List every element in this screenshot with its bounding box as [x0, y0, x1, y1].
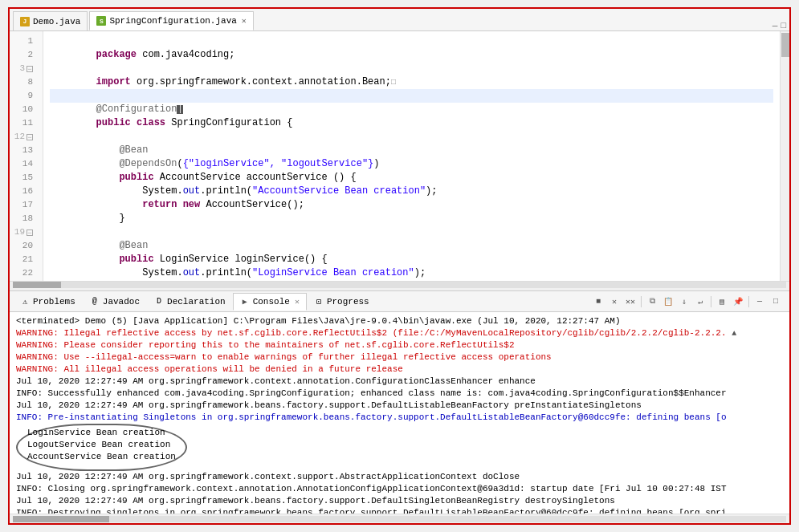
console-line-account-bean: AccountService Bean creation	[27, 451, 176, 463]
panel-tab-declaration-label: Declaration	[167, 297, 226, 307]
code-line-3: import org.springframework.context.annot…	[50, 62, 773, 75]
console-line-info-3: Jul 10, 2020 12:27:49 AM org.springframe…	[16, 400, 783, 412]
panel-tab-problems[interactable]: ⚠ Problems	[13, 293, 83, 311]
panel-tab-progress-label: Progress	[327, 297, 369, 307]
editor-h-track	[13, 282, 786, 288]
minimize-panel-btn[interactable]: —	[752, 294, 767, 309]
tab-demo[interactable]: J Demo.java	[13, 11, 88, 30]
panel-tab-javadoc[interactable]: @ Javadoc	[83, 293, 147, 311]
ide-window: J Demo.java S SpringConfiguration.java ✕…	[8, 7, 791, 525]
annotation-configuration: @Configuration	[96, 104, 177, 115]
tab-close-icon[interactable]: ✕	[242, 16, 247, 26]
console-line-info-1: Jul 10, 2020 12:27:49 AM org.springframe…	[16, 376, 783, 388]
tab-spring-label: SpringConfiguration.java	[109, 16, 236, 26]
console-line-login-bean: LoginService Bean creation	[27, 427, 176, 439]
editor-tab-bar: J Demo.java S SpringConfiguration.java ✕…	[10, 9, 789, 31]
ln-20: 20	[10, 239, 38, 253]
ln-9: 9	[10, 89, 38, 103]
scrollbar-thumb[interactable]	[781, 33, 789, 57]
declaration-icon: D	[154, 297, 164, 307]
ln-17: 17	[10, 198, 38, 212]
keyword-import: import	[96, 76, 131, 87]
panel-tab-progress[interactable]: ⊡ Progress	[307, 293, 377, 311]
console-line-info-2: INFO: Successfully enhanced com.java4cod…	[16, 388, 783, 400]
stop-btn[interactable]: ■	[591, 294, 605, 309]
console-toolbar: ■ ✕ ✕✕ ⧉ 📋 ⇓ ↵ ▤ 📌 — □	[588, 293, 786, 311]
console-close-x[interactable]: ✕	[295, 297, 300, 307]
open-console-btn[interactable]: ▤	[715, 294, 729, 309]
panel-tab-bar-container: ⚠ Problems @ Javadoc D Declaration ▶ Con…	[13, 293, 786, 311]
console-line-info-4: INFO: Pre-instantiating Singletons in or…	[16, 412, 783, 424]
progress-icon: ⊡	[314, 297, 324, 307]
toolbar-sep-3	[748, 296, 749, 307]
spring-file-icon: S	[96, 16, 106, 26]
ln-2: 2	[10, 48, 38, 62]
ln-14: 14	[10, 157, 38, 171]
remove-all-btn[interactable]: ✕✕	[623, 294, 638, 309]
ln-13: 13	[10, 144, 38, 157]
fold-marker-12[interactable]: −	[26, 134, 33, 140]
panel-tab-console[interactable]: ▶ Console ✕	[233, 293, 307, 311]
bean-creation-group: LoginService Bean creation LogoutService…	[16, 424, 187, 471]
console-line-info-6: INFO: Closing org.springframework.contex…	[16, 483, 783, 495]
maximize-panel-btn[interactable]: □	[768, 294, 783, 309]
line-numbers: 1 2 3− 8 9 10 11 12− 13 14 15 16 17 18 1…	[10, 31, 43, 281]
code-line-9: @Configuration|	[50, 89, 773, 103]
pin-btn[interactable]: 📌	[731, 294, 745, 309]
paste-btn[interactable]: 📋	[661, 294, 675, 309]
code-line-1: package com.java4coding;	[50, 35, 773, 48]
annotation-dependson: @DependsOn	[119, 158, 177, 169]
annotation-bean-19: @Bean	[119, 240, 148, 251]
tab-demo-label: Demo.java	[33, 17, 80, 26]
console-line-warn-4: WARNING: All illegal access operations w…	[16, 363, 783, 376]
copy-btn[interactable]: ⧉	[645, 294, 659, 309]
console-h-thumb[interactable]	[13, 516, 109, 522]
ln-19: 19−	[10, 225, 38, 239]
bottom-panel: ⚠ Problems @ Javadoc D Declaration ▶ Con…	[10, 290, 789, 523]
maximize-icon[interactable]: □	[781, 21, 786, 30]
ln-22: 22	[10, 266, 38, 280]
panel-tab-bar: ⚠ Problems @ Javadoc D Declaration ▶ Con…	[10, 291, 789, 312]
javadoc-icon: @	[90, 297, 100, 307]
console-line-warn-3: WARNING: Use --illegal-access=warn to en…	[16, 351, 783, 363]
console-line-warn-2: WARNING: Please consider reporting this …	[16, 339, 783, 351]
panel-tab-console-label: Console	[253, 297, 290, 307]
console-line-info-8: INFO: Destroying singletons in org.sprin…	[16, 507, 783, 514]
ln-21: 21	[10, 253, 38, 266]
code-line-18	[50, 212, 773, 225]
editor-horizontal-scrollbar[interactable]	[10, 281, 789, 290]
fold-marker-19[interactable]: −	[26, 229, 33, 236]
problems-icon: ⚠	[20, 297, 30, 307]
ln-12: 12−	[10, 130, 38, 144]
console-content[interactable]: <terminated> Demo (5) [Java Application]…	[10, 312, 789, 514]
tab-bar-controls: — □	[773, 21, 789, 30]
panel-tab-javadoc-label: Javadoc	[103, 297, 140, 307]
ln-16: 16	[10, 185, 38, 198]
ln-1: 1	[10, 35, 38, 48]
editor-vertical-scrollbar[interactable]	[780, 31, 789, 281]
panel-tab-declaration[interactable]: D Declaration	[147, 293, 233, 311]
editor-h-thumb[interactable]	[13, 282, 61, 288]
minimize-icon[interactable]: —	[773, 21, 778, 30]
remove-btn[interactable]: ✕	[607, 294, 622, 309]
demo-file-icon: J	[20, 17, 30, 26]
console-line-info-7: Jul 10, 2020 12:27:49 AM org.springframe…	[16, 495, 783, 507]
keyword-package: package	[96, 49, 137, 60]
code-editor[interactable]: package com.java4coding; import org.spri…	[43, 31, 780, 281]
code-line-19: @Bean	[50, 225, 773, 239]
editor-area: 1 2 3− 8 9 10 11 12− 13 14 15 16 17 18 1…	[10, 31, 789, 281]
scroll-lock-btn[interactable]: ⇓	[677, 294, 691, 309]
fold-marker-3[interactable]: −	[26, 66, 33, 72]
annotation-bean-12: @Bean	[119, 144, 148, 156]
console-line-logout-bean: LogoutService Bean creation	[27, 439, 176, 451]
toolbar-sep-2	[711, 296, 711, 307]
word-wrap-btn[interactable]: ↵	[693, 294, 707, 309]
ln-11: 11	[10, 116, 38, 130]
console-bottom-scrollbar[interactable]	[10, 514, 789, 523]
ln-10: 10	[10, 103, 38, 116]
console-header-line: <terminated> Demo (5) [Java Application]…	[16, 315, 783, 327]
console-icon: ▶	[240, 297, 250, 307]
tab-spring[interactable]: S SpringConfiguration.java ✕	[89, 11, 253, 30]
keyword-public-10: public	[96, 117, 131, 128]
ln-18: 18	[10, 212, 38, 225]
